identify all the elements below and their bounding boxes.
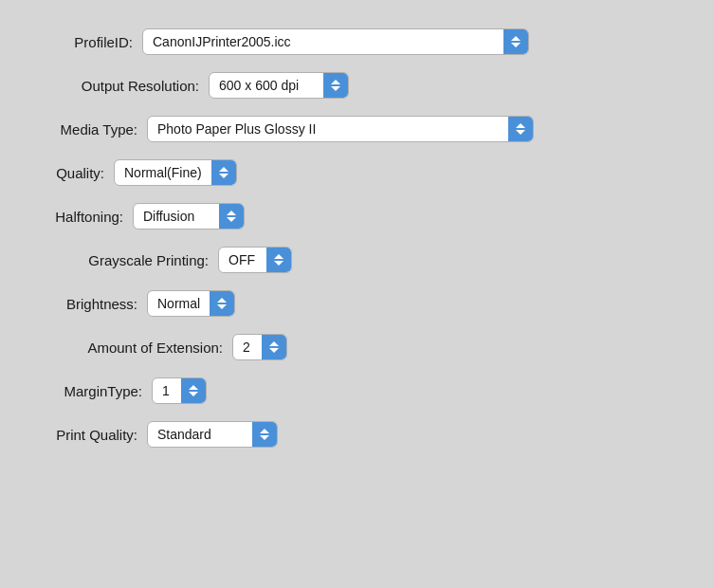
spinner-up-icon bbox=[269, 341, 279, 346]
output-resolution-label: Output Resolution: bbox=[38, 78, 199, 94]
halftoning-select[interactable]: Diffusion bbox=[133, 203, 245, 230]
quality-select[interactable]: Normal(Fine) bbox=[114, 159, 237, 186]
spinner-up-icon bbox=[189, 385, 198, 390]
print-quality-row: Print Quality: Standard bbox=[38, 421, 675, 448]
spinner-down-icon bbox=[511, 43, 521, 47]
spinner-up-icon bbox=[511, 36, 521, 41]
quality-value: Normal(Fine) bbox=[115, 159, 211, 186]
halftoning-row: Halftoning: Diffusion bbox=[38, 203, 675, 230]
output-resolution-value: 600 x 600 dpi bbox=[210, 72, 323, 99]
halftoning-spinner[interactable] bbox=[219, 204, 244, 229]
margin-type-select[interactable]: 1 bbox=[152, 377, 207, 404]
media-type-label: Media Type: bbox=[38, 121, 137, 138]
spinner-up-icon bbox=[516, 123, 525, 128]
spinner-down-icon bbox=[219, 174, 229, 178]
spinner-down-icon bbox=[331, 86, 340, 91]
amount-of-extension-label: Amount of Extension: bbox=[38, 340, 223, 356]
grayscale-printing-select[interactable]: OFF bbox=[218, 247, 292, 273]
print-quality-spinner[interactable] bbox=[252, 422, 277, 447]
amount-of-extension-spinner[interactable] bbox=[262, 335, 286, 359]
margin-type-value: 1 bbox=[153, 377, 181, 404]
spinner-up-icon bbox=[217, 298, 227, 303]
margin-type-spinner[interactable] bbox=[181, 378, 206, 403]
spinner-up-icon bbox=[260, 429, 269, 433]
spinner-down-icon bbox=[516, 130, 525, 135]
media-type-select[interactable]: Photo Paper Plus Glossy II bbox=[147, 116, 534, 142]
halftoning-value: Diffusion bbox=[134, 203, 219, 230]
spinner-up-icon bbox=[274, 254, 283, 259]
profileid-value: CanonIJPrinter2005.icc bbox=[143, 28, 503, 55]
profileid-spinner[interactable] bbox=[503, 29, 528, 54]
profileid-label: ProfileID: bbox=[38, 34, 133, 50]
media-type-value: Photo Paper Plus Glossy II bbox=[148, 116, 508, 142]
print-quality-select[interactable]: Standard bbox=[147, 421, 278, 448]
media-type-row: Media Type: Photo Paper Plus Glossy II bbox=[38, 116, 675, 142]
amount-of-extension-select[interactable]: 2 bbox=[232, 334, 287, 360]
output-resolution-spinner[interactable] bbox=[323, 73, 348, 98]
print-quality-value: Standard bbox=[148, 421, 252, 448]
spinner-down-icon bbox=[227, 217, 236, 222]
spinner-up-icon bbox=[227, 211, 236, 215]
quality-label: Quality: bbox=[38, 165, 104, 181]
spinner-up-icon bbox=[219, 167, 229, 172]
spinner-down-icon bbox=[274, 261, 283, 266]
quality-spinner[interactable] bbox=[211, 160, 236, 185]
brightness-row: Brightness: Normal bbox=[38, 290, 675, 317]
brightness-spinner[interactable] bbox=[210, 291, 234, 316]
grayscale-printing-label: Grayscale Printing: bbox=[38, 252, 209, 268]
margin-type-row: MarginType: 1 bbox=[38, 377, 675, 404]
margin-type-label: MarginType: bbox=[38, 383, 142, 399]
brightness-label: Brightness: bbox=[38, 296, 137, 312]
profileid-select[interactable]: CanonIJPrinter2005.icc bbox=[142, 28, 529, 55]
profileid-row: ProfileID: CanonIJPrinter2005.icc bbox=[38, 28, 675, 55]
print-quality-label: Print Quality: bbox=[38, 427, 137, 443]
spinner-down-icon bbox=[217, 304, 227, 309]
brightness-select[interactable]: Normal bbox=[147, 290, 235, 317]
brightness-value: Normal bbox=[148, 290, 210, 317]
spinner-down-icon bbox=[260, 435, 269, 440]
spinner-up-icon bbox=[331, 80, 340, 84]
output-resolution-row: Output Resolution: 600 x 600 dpi bbox=[38, 72, 675, 99]
amount-of-extension-row: Amount of Extension: 2 bbox=[38, 334, 675, 360]
settings-form: ProfileID: CanonIJPrinter2005.icc Output… bbox=[38, 28, 675, 448]
spinner-down-icon bbox=[189, 392, 198, 396]
halftoning-label: Halftoning: bbox=[38, 209, 123, 225]
grayscale-printing-row: Grayscale Printing: OFF bbox=[38, 247, 675, 273]
output-resolution-select[interactable]: 600 x 600 dpi bbox=[209, 72, 349, 99]
media-type-spinner[interactable] bbox=[508, 117, 533, 141]
grayscale-printing-value: OFF bbox=[219, 247, 266, 273]
grayscale-printing-spinner[interactable] bbox=[266, 248, 291, 272]
spinner-down-icon bbox=[269, 348, 279, 353]
quality-row: Quality: Normal(Fine) bbox=[38, 159, 675, 186]
amount-of-extension-value: 2 bbox=[233, 334, 262, 360]
